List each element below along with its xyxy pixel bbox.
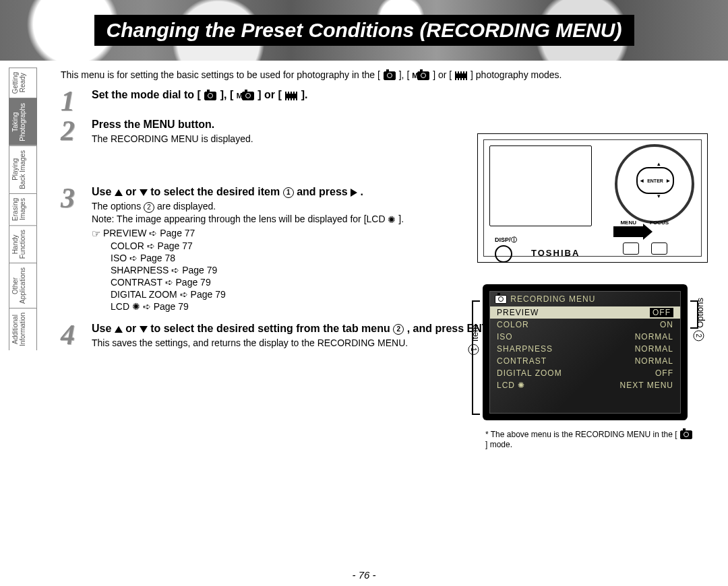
step-2-title: Press the MENU button. — [92, 118, 708, 131]
camera-icon — [204, 92, 216, 100]
ref-contrast: CONTRAST ➪ Page 79 — [111, 276, 442, 288]
folder-button[interactable] — [623, 242, 639, 255]
menu-label: MENU — [620, 220, 636, 226]
down-triangle-icon — [140, 326, 148, 333]
circled-2-icon: 2 — [144, 202, 154, 213]
ref-digital-zoom: DIGITAL ZOOM ➪ Page 79 — [111, 288, 442, 300]
camera-icon — [680, 430, 692, 439]
circled-2-icon: 2 — [693, 330, 704, 341]
camera-icon — [495, 295, 507, 304]
camera-icon — [242, 92, 254, 100]
ref-color: COLOR ➪ Page 77 — [111, 240, 442, 252]
pointing-hand-icon: ☞ — [92, 228, 100, 239]
ref-sharpness: SHARPNESS ➪ Page 79 — [111, 264, 442, 276]
lcd-row: LCD ✺ NEXT MENU — [490, 379, 680, 391]
movie-icon — [285, 92, 297, 100]
tab-other-applications[interactable]: Other Applications — [9, 263, 37, 308]
step-number-icon: 1 — [61, 88, 92, 114]
lcd-row: ISO NORMAL — [490, 331, 680, 343]
tab-additional-information[interactable]: Additional Information — [9, 308, 37, 350]
up-arrow-icon: ▴ — [657, 160, 661, 167]
tab-erasing-images[interactable]: Erasing Images — [9, 193, 37, 225]
page-number: - 76 - — [0, 569, 728, 581]
left-bracket-icon — [472, 300, 480, 415]
arrow-to-menu-icon — [613, 226, 644, 237]
intro-text: This menu is for setting the basic setti… — [61, 69, 708, 82]
page-references: ☞ PREVIEW ➪ Page 77 COLOR ➪ Page 77 ISO … — [92, 227, 442, 313]
disp-label: DISP/ⓘ — [495, 236, 517, 245]
lcd-row: SHARPNESS NORMAL — [490, 343, 680, 355]
lcd-outline-icon — [489, 145, 592, 226]
lcd-row: CONTRAST NORMAL — [490, 355, 680, 367]
step-3-options-text: The options 2 are displayed. — [92, 200, 442, 212]
lcd-row: PREVIEW OFF — [490, 306, 680, 319]
options-label: 2 Options — [693, 298, 705, 341]
ref-iso: ISO ➪ Page 78 — [111, 252, 442, 264]
circled-2-icon: 2 — [393, 324, 404, 335]
lcd-row: COLOR ON — [490, 319, 680, 331]
camera-icon — [384, 71, 396, 80]
brand-label: TOSHIBA — [531, 248, 580, 258]
lcd-title: RECORDING MENU — [490, 292, 680, 306]
down-arrow-icon: ▾ — [657, 193, 661, 199]
trash-button[interactable] — [651, 242, 667, 255]
ref-lcd: LCD ✺ ➪ Page 79 — [111, 300, 442, 313]
step-1-title: Set the mode dial to [ ], [ M ] or [ ]. — [92, 88, 708, 102]
camera-icon — [417, 71, 429, 80]
up-triangle-icon — [115, 326, 123, 333]
disp-button[interactable] — [495, 245, 512, 263]
ref-preview: PREVIEW ➪ Page 77 — [103, 228, 195, 238]
down-triangle-icon — [140, 189, 148, 196]
step-3-title: Use or to select the desired item 1 and … — [92, 185, 442, 199]
page-content: This menu is for setting the basic setti… — [61, 69, 708, 559]
right-triangle-icon — [351, 189, 357, 197]
lcd-menu-figure: RECORDING MENU PREVIEW OFF COLOR ON ISO … — [483, 284, 688, 420]
tab-playing-back[interactable]: Playing Back Images — [9, 145, 37, 193]
circled-1-icon: 1 — [283, 187, 294, 198]
camera-back-figure: ▴ ENTER ▾ MENU FOCUS DISP/ⓘ TOSHIBA — [477, 133, 708, 263]
page-title: Changing the Preset Conditions (RECORDIN… — [94, 15, 634, 46]
enter-button[interactable]: ENTER — [636, 167, 674, 194]
tab-handy-functions[interactable]: Handy Functions — [9, 225, 37, 263]
step-1: 1 Set the mode dial to [ ], [ M ] or [ ]… — [61, 88, 708, 114]
manual-page: Changing the Preset Conditions (RECORDIN… — [0, 0, 728, 586]
side-tabs: Getting Ready Taking Photographs Playing… — [9, 67, 37, 350]
movie-icon — [455, 72, 467, 79]
lcd-footnote: * The above menu is the RECORDING MENU i… — [485, 430, 694, 450]
focus-label: FOCUS — [650, 220, 669, 226]
step-3-note: Note: The image appearing through the le… — [92, 213, 442, 226]
step-number-icon: 2 — [61, 118, 92, 143]
step-number-icon: 4 — [61, 322, 92, 348]
brightness-icon: ✺ — [388, 214, 396, 225]
page-banner: Changing the Preset Conditions (RECORDIN… — [0, 0, 728, 61]
lcd-row: DIGITAL ZOOM OFF — [490, 367, 680, 379]
tab-taking-photographs[interactable]: Taking Photographs — [9, 98, 37, 145]
tab-getting-ready[interactable]: Getting Ready — [9, 67, 37, 98]
up-triangle-icon — [115, 189, 123, 196]
step-number-icon: 3 — [61, 185, 92, 211]
